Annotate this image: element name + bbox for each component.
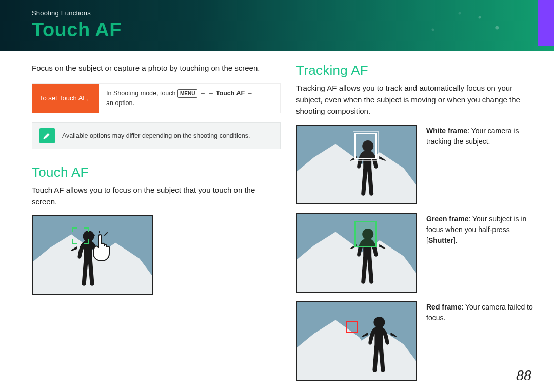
caption-green: Green frame: Your subject is in focus wh… [426,213,535,293]
arrow-icon: → [200,90,208,97]
page-number: 88 [516,366,531,384]
caption-red-bold: Red frame [426,303,461,311]
caption-green-bold: Green frame [426,215,468,223]
breadcrumb: Shooting Functions [32,9,554,17]
focus-frame-red [346,321,358,333]
side-tab [538,0,554,46]
tracking-row-red: Red frame: Your camera failed to focus. [296,301,535,381]
menu-chip: MENU [177,89,197,98]
tracking-af-desc: Tracking AF allows you to track and auto… [296,82,535,117]
page-body: Focus on the subject or capture a photo … [0,51,554,389]
caption-white-bold: White frame [426,127,467,135]
focus-corners-green [73,228,88,243]
arrow-icon: → [208,90,216,97]
arrow-icon: → [247,90,253,97]
focus-frame-green [354,221,377,247]
instruction-label: To set Touch AF, [32,84,99,113]
caption-shutter-bold: Shutter [428,236,453,244]
caption-green-text2: ]. [453,236,458,244]
instruction-body: In Shooting mode, touch MENU → → Touch A… [99,84,280,113]
page-title: Touch AF [32,19,554,41]
tracking-illustration-red [296,301,417,381]
right-column: Tracking AF Tracking AF allows you to tr… [296,63,535,389]
note-text: Available options may differ depending o… [62,132,250,139]
svg-point-3 [373,317,385,328]
focus-frame-white [354,133,377,159]
section-heading-touch-af: Touch AF [32,164,281,180]
touch-af-desc: Touch AF allows you to focus on the subj… [32,184,281,208]
hand-pointer-icon [89,231,113,264]
caption-white: White frame: Your camera is tracking the… [426,125,535,204]
touch-af-illustration [32,215,153,295]
note-box: Available options may differ depending o… [32,122,281,149]
page-header: Shooting Functions Touch AF [0,0,554,51]
instruction-box: To set Touch AF, In Shooting mode, touch… [32,83,281,114]
touch-af-illustration-row [32,215,281,295]
tracking-row-white: White frame: Your camera is tracking the… [296,125,535,204]
instruction-text: In Shooting mode, touch [106,90,177,97]
manual-page: Shooting Functions Touch AF Focus on the… [0,0,554,392]
pen-icon [39,128,55,143]
tracking-illustration-white [296,125,417,204]
section-heading-tracking-af: Tracking AF [296,63,535,78]
tracking-row-green: Green frame: Your subject is in focus wh… [296,213,535,293]
instruction-bold: Touch AF [216,90,245,97]
intro-text: Focus on the subject or capture a photo … [32,63,281,74]
left-column: Focus on the subject or capture a photo … [32,63,281,389]
instruction-text-2: an option. [106,98,273,108]
person-silhouette [360,315,398,376]
tracking-illustration-green [296,213,417,293]
